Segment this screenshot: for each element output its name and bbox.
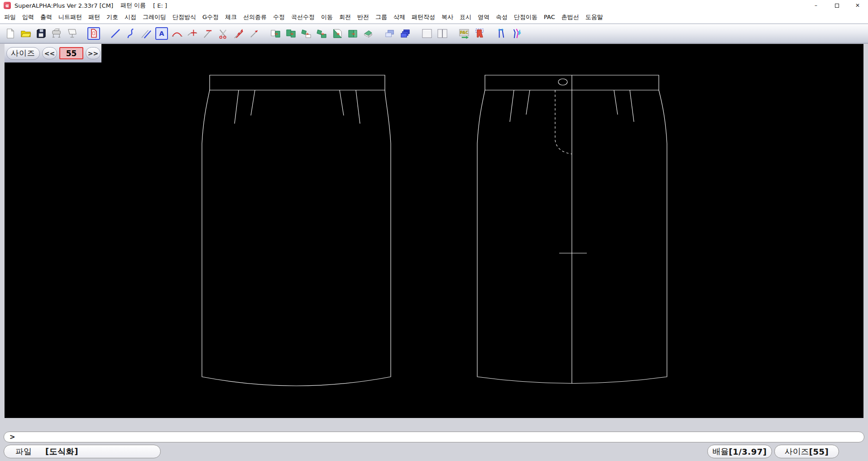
svg-text:PAC: PAC [460, 30, 469, 35]
menu-item-8[interactable]: 그레이딩 [139, 11, 169, 24]
scissors-icon[interactable] [217, 27, 230, 40]
superalpha-window: { "window": { "app_title": "SuperALPHA:P… [0, 0, 868, 461]
app-title-text: SuperALPHA:Plus Ver 2.33r7 [CM] [14, 2, 113, 9]
menu-item-18[interactable]: 그룹 [372, 11, 390, 24]
back-skirt-dart-2 [526, 90, 530, 115]
pattern-canvas[interactable]: 사이즈 << 55 >> [5, 44, 863, 418]
status-bar: 파일 [도식화] 배율 [1/3.97] 사이즈 [55] [0, 445, 868, 461]
menu-item-14[interactable]: 곡선수정 [288, 11, 318, 24]
menu-item-25[interactable]: 단점이동 [511, 11, 541, 24]
maximize-button[interactable] [826, 0, 847, 11]
menu-item-9[interactable]: 단점방식 [169, 11, 199, 24]
menu-item-15[interactable]: 이동 [318, 11, 336, 24]
layers-light-icon[interactable] [384, 27, 396, 40]
menu-item-7[interactable]: 시접 [121, 11, 139, 24]
front-skirt-dart-4 [356, 90, 360, 124]
menu-item-26[interactable]: PAC [541, 11, 558, 24]
move-pattern-icon[interactable] [285, 27, 297, 40]
menu-bar: 파일입력출력니트패턴패턴기호시접그레이딩단점방식G수정체크선의종류수정곡선수정이… [0, 11, 868, 24]
arrow-icon[interactable] [248, 27, 260, 40]
size-label: 사이즈 [6, 47, 40, 60]
angle-line-icon[interactable] [201, 27, 214, 40]
split-pattern-icon[interactable] [331, 27, 344, 40]
arc-tool-icon[interactable] [171, 27, 183, 40]
toolbar: APAC [0, 24, 868, 43]
copy-pattern-icon[interactable] [269, 27, 282, 40]
status-scale-pill: 배율 [1/3.97] [707, 445, 772, 458]
save-floppy-icon[interactable] [35, 27, 48, 40]
menu-item-11[interactable]: 체크 [222, 11, 240, 24]
back-skirt-dart-3 [614, 90, 618, 115]
double-arrow-icon[interactable] [232, 27, 245, 40]
menu-item-28[interactable]: 도움말 [582, 11, 606, 24]
drive-text: [ E: ] [153, 2, 167, 9]
menu-item-5[interactable]: 패턴 [85, 11, 103, 24]
menu-item-23[interactable]: 영역 [475, 11, 493, 24]
menu-item-24[interactable]: 속성 [493, 11, 511, 24]
size-value-field[interactable]: 55 [59, 47, 83, 59]
pattern-drawing [5, 44, 863, 418]
menu-item-10[interactable]: G수정 [199, 11, 222, 24]
menu-item-19[interactable]: 삭제 [390, 11, 408, 24]
pac-export-icon[interactable]: PAC [458, 27, 470, 40]
doc-name-text: 패턴 이름 [120, 1, 146, 10]
menu-item-17[interactable]: 반전 [354, 11, 372, 24]
eraser-icon[interactable] [362, 27, 374, 40]
status-size-pill: 사이즈 [55] [774, 445, 839, 458]
menu-item-22[interactable]: 표시 [456, 11, 475, 24]
cross-curve-icon[interactable] [186, 27, 199, 40]
svg-text:A: A [159, 30, 164, 37]
menu-item-4[interactable]: 니트패턴 [55, 11, 85, 24]
minimize-button[interactable]: – [806, 0, 826, 11]
schematic-doc-icon[interactable] [87, 27, 100, 40]
menu-item-2[interactable]: 입력 [19, 11, 37, 24]
status-mode: [도식화] [45, 446, 78, 457]
blank-button-icon[interactable] [421, 27, 433, 40]
back-skirt-button [558, 79, 567, 85]
menu-item-21[interactable]: 복사 [438, 11, 456, 24]
rotate-pattern2-icon[interactable] [316, 27, 328, 40]
new-document-icon[interactable] [4, 27, 17, 40]
command-bar[interactable]: > [4, 432, 864, 442]
front-skirt-body [202, 90, 391, 386]
front-skirt-dart-2 [251, 90, 255, 115]
merge-pattern-icon[interactable] [346, 27, 359, 40]
menu-item-16[interactable]: 회전 [336, 11, 354, 24]
back-skirt-dart-1 [510, 90, 514, 122]
close-button[interactable]: ✕ [847, 0, 868, 11]
line-tool-icon[interactable] [109, 27, 122, 40]
command-prompt: > [10, 433, 15, 441]
menu-item-13[interactable]: 수정 [270, 11, 288, 24]
open-folder-icon[interactable] [19, 27, 32, 40]
plotter-icon[interactable] [50, 27, 63, 40]
layers-blue-icon[interactable] [399, 27, 412, 40]
status-file-label: 파일 [15, 446, 32, 457]
text-tool-icon[interactable]: A [155, 27, 168, 40]
menu-item-27[interactable]: 촌법선 [558, 11, 582, 24]
digitizer-icon[interactable] [66, 27, 78, 40]
menu-item-12[interactable]: 선의종류 [240, 11, 270, 24]
grading-tool-icon[interactable] [510, 27, 523, 40]
back-skirt-dart-4 [630, 90, 634, 122]
size-next-button[interactable]: >> [86, 47, 101, 59]
size-prev-button[interactable]: << [42, 47, 57, 59]
size-bar: 사이즈 << 55 >> [5, 44, 101, 62]
dart-tool-icon[interactable] [495, 27, 508, 40]
main-area: 사이즈 << 55 >> > 파일 [도식화] 배율 [1/3.97] 사이즈 … [0, 43, 868, 461]
window-title: SuperALPHA:Plus Ver 2.33r7 [CM] 패턴 이름 [ … [14, 1, 167, 10]
status-size-value: [55] [809, 447, 829, 456]
title-bar: α SuperALPHA:Plus Ver 2.33r7 [CM] 패턴 이름 … [0, 0, 868, 11]
app-icon: α [4, 2, 11, 9]
window-controls: – ✕ [806, 0, 868, 11]
menu-item-20[interactable]: 패턴작성 [408, 11, 438, 24]
menu-item-1[interactable]: 파일 [1, 11, 19, 24]
split-view-icon[interactable] [436, 27, 449, 40]
back-skirt-fly-dashed [555, 90, 572, 154]
menu-item-6[interactable]: 기호 [103, 11, 121, 24]
parallel-lines-icon[interactable] [140, 27, 153, 40]
curve-tool-icon[interactable] [125, 27, 137, 40]
pattern-check-icon[interactable] [473, 27, 486, 40]
menu-item-3[interactable]: 출력 [37, 11, 55, 24]
front-skirt-dart-1 [235, 90, 239, 124]
rotate-pattern-icon[interactable] [300, 27, 313, 40]
